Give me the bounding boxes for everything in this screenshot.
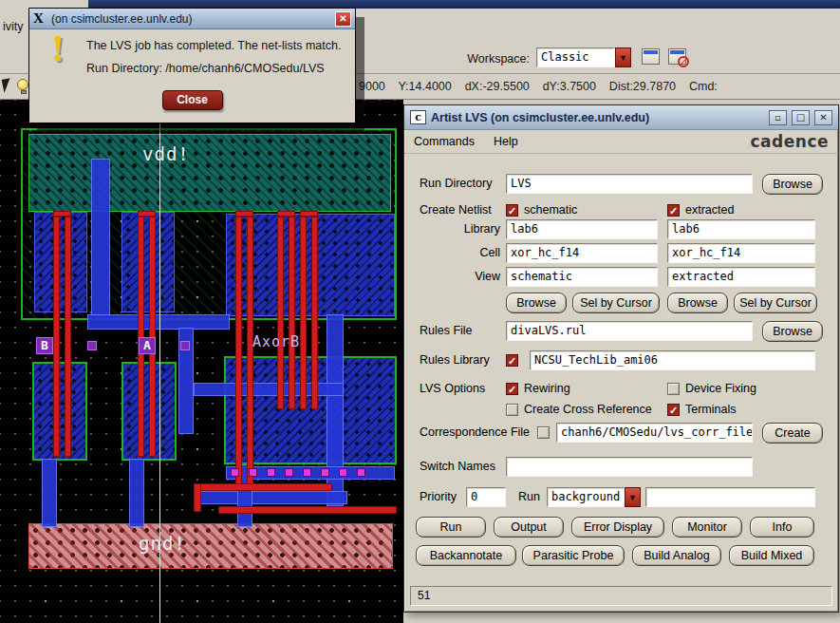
run-directory-field[interactable]: LVS (506, 174, 753, 194)
coordinate-readout: 9000 Y:14.4000 dX:-29.5500 dY:3.7500 Dis… (359, 80, 718, 93)
cell-schematic-field[interactable]: xor_hc_f14 (506, 243, 658, 263)
view-extracted-field[interactable]: extracted (667, 267, 815, 287)
via-contact (339, 468, 347, 477)
cell-label: Cell (406, 246, 500, 259)
poly-gate (277, 217, 284, 409)
correspondence-file-label: Correspondence File (420, 425, 530, 439)
metal-route (91, 159, 110, 316)
message-dialog-titlebar[interactable]: X (on csimcluster.ee.unlv.edu) ✕ (29, 9, 355, 29)
lvs-message-dialog: X (on csimcluster.ee.unlv.edu) ✕ ! The L… (28, 8, 356, 123)
menu-commands[interactable]: Commands (414, 135, 475, 148)
poly-gate (65, 217, 71, 457)
terminals-checkbox[interactable]: ✓ (667, 404, 680, 416)
checkmark-icon: ✓ (508, 384, 516, 395)
rules-file-browse-button[interactable]: Browse (762, 321, 823, 342)
menu-partial-connectivity[interactable]: ivity (3, 20, 24, 33)
rules-library-label: Rules Library (420, 353, 490, 367)
run-mode-dropdown-arrow[interactable]: ▼ (625, 487, 641, 507)
delete-workspace-icon[interactable] (668, 48, 686, 65)
pmos-active (121, 212, 175, 312)
error-display-button[interactable]: Error Display (571, 517, 664, 538)
close-icon[interactable]: ✕ (335, 11, 351, 27)
output-label: AxorB (252, 333, 300, 350)
metal-route (194, 491, 347, 504)
lvs-options-label: LVS Options (420, 382, 485, 395)
browse-schematic-button[interactable]: Browse (506, 293, 567, 313)
terminals-label: Terminals (685, 403, 737, 416)
library-schematic-field[interactable]: lab6 (506, 219, 658, 239)
monitor-button[interactable]: Monitor (672, 517, 742, 538)
via-contact (321, 468, 329, 477)
window-close-icon[interactable]: ✕ (814, 110, 832, 125)
rules-library-field[interactable]: NCSU_TechLib_ami06 (530, 350, 815, 370)
warning-icon: ! (50, 31, 65, 66)
cell-extracted-field[interactable]: xor_hc_f14 (667, 243, 815, 263)
gnd-rail (28, 523, 393, 569)
metal-route (87, 314, 230, 330)
workspace-select[interactable]: Classic (536, 47, 615, 67)
create-button[interactable]: Create (762, 423, 823, 444)
output-button[interactable]: Output (494, 517, 564, 538)
browse-extracted-button[interactable]: Browse (667, 293, 728, 313)
run-directory-browse-button[interactable]: Browse (762, 174, 823, 195)
run-button[interactable]: Run (416, 517, 486, 538)
sel-by-cursor-schematic-button[interactable]: Sel by Cursor (572, 293, 660, 313)
metal-route (129, 459, 144, 527)
maximize-icon[interactable]: □ (792, 110, 810, 125)
device-fixing-label: Device Fixing (685, 382, 756, 395)
close-button[interactable]: Close (162, 90, 223, 110)
menu-help[interactable]: Help (494, 135, 518, 148)
view-label: View (406, 270, 500, 283)
run-directory-label: Run Directory (420, 177, 492, 190)
minimize-icon[interactable]: ▫ (769, 110, 787, 125)
vdd-rail (28, 134, 391, 212)
artist-lvs-window: c Artist LVS (on csimcluster.ee.unlv.edu… (403, 104, 839, 613)
correspondence-file-checkbox[interactable] (537, 426, 550, 439)
view-schematic-field[interactable]: schematic (506, 267, 658, 287)
rewiring-checkbox[interactable]: ✓ (506, 383, 518, 395)
correspondence-file-field[interactable]: chanh6/CMOSedu/lvs_corr_file (556, 423, 753, 443)
run-mode-select[interactable]: background (547, 487, 625, 507)
run-mode-label: Run (518, 490, 540, 503)
via-contact (285, 468, 293, 477)
no-entry-icon (678, 56, 689, 67)
workspace-label: Workspace: (439, 52, 530, 66)
priority-label: Priority (420, 490, 457, 503)
cursor-icon[interactable] (2, 78, 13, 93)
sel-by-cursor-extracted-button[interactable]: Sel by Cursor (734, 293, 817, 313)
extracted-checkbox-label: extracted (685, 203, 734, 217)
extracted-checkbox[interactable]: ✓ (667, 204, 680, 217)
build-analog-button[interactable]: Build Analog (632, 545, 721, 566)
checkmark-icon: ✓ (508, 205, 516, 217)
create-netlist-label: Create Netlist (420, 203, 492, 217)
lvs-statusbar: 51 (410, 586, 832, 606)
rules-file-field[interactable]: divaLVS.rul (506, 321, 753, 341)
workspace-dropdown-arrow[interactable]: ▼ (615, 47, 631, 67)
layout-canvas[interactable]: vdd! gnd! B A AxorB (0, 100, 403, 623)
rules-library-checkbox[interactable]: ✓ (506, 354, 518, 367)
create-cross-reference-label: Create Cross Reference (524, 403, 652, 416)
switch-names-field[interactable] (506, 457, 753, 477)
lvs-titlebar[interactable]: c Artist LVS (on csimcluster.ee.unlv.edu… (404, 105, 838, 130)
schematic-checkbox[interactable]: ✓ (506, 204, 518, 217)
cadence-logo: cadence (751, 132, 829, 151)
device-fixing-checkbox[interactable] (667, 383, 680, 395)
rules-file-label: Rules File (420, 324, 473, 337)
save-workspace-icon[interactable] (642, 48, 660, 65)
poly-gate (247, 217, 253, 491)
gnd-label: gnd! (139, 533, 186, 554)
info-button[interactable]: Info (750, 517, 814, 538)
priority-field[interactable]: 0 (466, 487, 506, 507)
create-cross-reference-checkbox[interactable] (506, 404, 518, 416)
backannotate-button[interactable]: Backannotate (416, 545, 516, 566)
library-extracted-field[interactable]: lab6 (667, 219, 815, 239)
poly-route (218, 506, 397, 514)
checkmark-icon: ✓ (669, 205, 678, 217)
via-contact (267, 468, 275, 477)
run-command-field[interactable] (645, 487, 815, 507)
via-contact (357, 468, 365, 477)
parasitic-probe-button[interactable]: Parasitic Probe (522, 545, 625, 566)
bulb-glass (17, 79, 28, 90)
poly-gate (300, 217, 307, 409)
build-mixed-button[interactable]: Build Mixed (729, 545, 814, 566)
